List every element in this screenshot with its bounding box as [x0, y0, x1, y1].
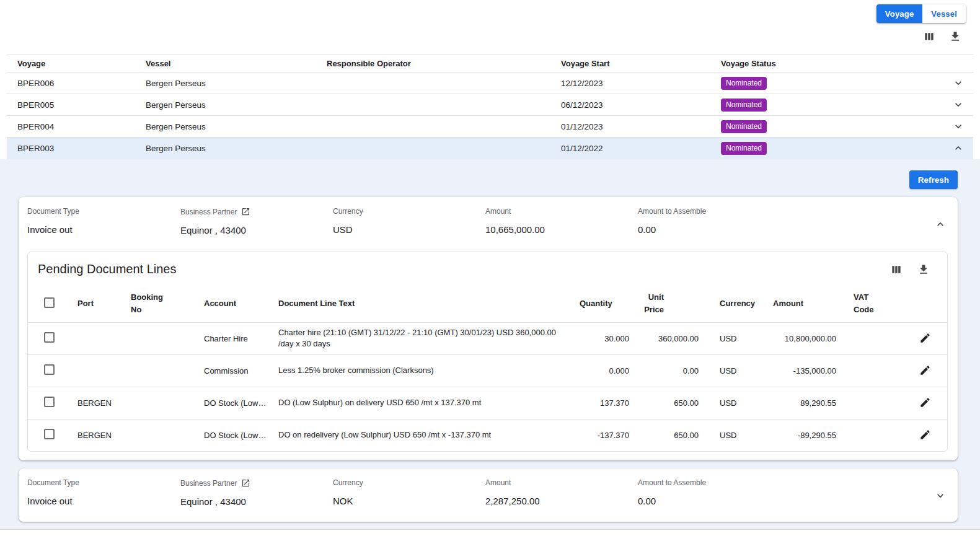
column-header-booking-no[interactable]: Booking No: [126, 285, 199, 322]
currency-value: USD: [333, 224, 485, 235]
column-header-currency[interactable]: Currency: [704, 285, 768, 322]
amount-to-assemble-value: 0.00: [638, 224, 929, 235]
business-partner-label: Business Partner: [180, 208, 237, 216]
document-line-text-cell: DO on redelivery (Low Sulphur) USD 650 /…: [273, 419, 575, 451]
edit-line-button[interactable]: [918, 395, 932, 410]
next-section-edge: [0, 529, 980, 544]
document-type-label: Document Type: [27, 478, 180, 487]
download-icon[interactable]: [917, 263, 931, 276]
vat-code-cell: [841, 354, 894, 387]
toggle-voyage-button[interactable]: Voyage: [876, 4, 922, 23]
column-header-vessel[interactable]: Vessel: [146, 59, 327, 68]
amount-cell: -89,290.55: [768, 419, 841, 451]
edit-line-button[interactable]: [918, 331, 932, 345]
voyage-row-bper003[interactable]: BPER003 Bergen Perseus 01/12/2022 Nomina…: [7, 138, 973, 159]
account-cell: Commission: [199, 354, 273, 387]
document-line-row: Charter Hire Charter hire (21:10 (GMT) 3…: [28, 322, 947, 354]
document-line-row: BERGEN DO Stock (Low… DO on redelivery (…: [28, 419, 947, 451]
port-cell: BERGEN: [73, 419, 126, 451]
voyage-vessel-toggle: Voyage Vessel: [876, 4, 966, 23]
unit-price-cell: 0.00: [634, 354, 704, 387]
column-header-actions: [894, 285, 947, 322]
currency-cell: USD: [704, 419, 768, 451]
row-checkbox[interactable]: [44, 332, 55, 343]
column-header-voyage-status[interactable]: Voyage Status: [721, 59, 947, 68]
columns-icon[interactable]: [890, 263, 904, 276]
column-header-vat-code[interactable]: VAT Code: [841, 285, 894, 322]
external-link-icon[interactable]: [241, 478, 250, 488]
document-summary[interactable]: Document Type Invoice out Business Partn…: [27, 207, 948, 235]
document-type-label: Document Type: [27, 207, 180, 216]
vessel-name: Bergen Perseus: [146, 100, 327, 110]
amount-to-assemble-value: 0.00: [638, 496, 929, 506]
download-icon[interactable]: [949, 30, 963, 43]
column-header-responsible-operator[interactable]: Responsible Operator: [327, 59, 561, 68]
row-checkbox[interactable]: [44, 429, 55, 439]
chevron-up-icon: [952, 142, 965, 154]
amount-field: Amount 10,665,000.00: [485, 207, 638, 235]
currency-value: NOK: [333, 496, 485, 506]
row-checkbox[interactable]: [44, 397, 55, 407]
collapse-document-button[interactable]: [933, 217, 948, 232]
voyage-row-bper006[interactable]: BPER006 Bergen Perseus 12/12/2023 Nomina…: [7, 72, 973, 94]
column-header-amount[interactable]: Amount: [768, 285, 841, 322]
column-header-document-line-text[interactable]: Document Line Text: [273, 285, 575, 322]
business-partner-value: Equinor , 43400: [180, 225, 333, 235]
business-partner-field: Business Partner Equinor , 43400: [180, 207, 333, 235]
quantity-cell: 30.000: [575, 322, 634, 354]
toggle-vessel-button[interactable]: Vessel: [922, 4, 966, 23]
vat-code-cell: [841, 419, 894, 451]
voyage-start-date: 01/12/2023: [561, 122, 721, 131]
booking-no-cell: [126, 387, 199, 419]
grid-toolbar-icons: [923, 30, 963, 43]
amount-to-assemble-field: Amount to Assemble 0.00: [638, 207, 929, 235]
voyage-start-date: 01/12/2022: [561, 144, 721, 153]
expand-row-button[interactable]: [951, 97, 966, 112]
chevron-down-icon: [952, 120, 965, 133]
expand-row-button[interactable]: [951, 119, 966, 134]
voyage-row-bper004[interactable]: BPER004 Bergen Perseus 01/12/2023 Nomina…: [7, 116, 973, 138]
currency-label: Currency: [333, 478, 485, 487]
expand-document-button[interactable]: [933, 488, 948, 503]
column-header-account[interactable]: Account: [199, 285, 273, 322]
document-type-field: Document Type Invoice out: [27, 478, 180, 506]
chevron-down-icon: [952, 77, 965, 89]
columns-icon[interactable]: [923, 30, 937, 43]
column-header-voyage[interactable]: Voyage: [17, 59, 146, 68]
amount-to-assemble-label: Amount to Assemble: [638, 207, 929, 216]
column-header-quantity[interactable]: Quantity: [575, 285, 634, 322]
document-type-value: Invoice out: [27, 224, 180, 235]
row-checkbox[interactable]: [44, 364, 55, 375]
amount-to-assemble-field: Amount to Assemble 0.00: [638, 478, 929, 506]
amount-label: Amount: [485, 478, 638, 487]
edit-line-button[interactable]: [918, 428, 932, 442]
vessel-name: Bergen Perseus: [146, 122, 327, 131]
refresh-button[interactable]: Refresh: [909, 170, 958, 189]
column-header-port[interactable]: Port: [73, 285, 126, 322]
chevron-down-icon: [934, 490, 947, 502]
unit-price-cell: 650.00: [634, 387, 704, 419]
voyage-id: BPER003: [17, 144, 146, 153]
edit-line-button[interactable]: [918, 363, 932, 377]
document-type-field: Document Type Invoice out: [27, 207, 180, 235]
quantity-cell: 0.000: [575, 354, 634, 387]
collapse-row-button[interactable]: [951, 141, 966, 156]
column-header-unit-price[interactable]: Unit Price: [634, 285, 704, 322]
expand-row-button[interactable]: [951, 76, 966, 90]
document-summary[interactable]: Document Type Invoice out Business Partn…: [27, 478, 948, 507]
voyage-row-bper005[interactable]: BPER005 Bergen Perseus 06/12/2023 Nomina…: [7, 94, 973, 116]
status-badge: Nominated: [721, 120, 767, 133]
business-partner-label: Business Partner: [180, 479, 237, 488]
select-all-checkbox[interactable]: [44, 297, 55, 308]
document-line-row: Commission Less 1.25% broker commission …: [28, 354, 947, 387]
column-header-voyage-start[interactable]: Voyage Start: [561, 59, 721, 68]
amount-cell: -135,000.00: [768, 354, 841, 387]
external-link-icon[interactable]: [241, 207, 250, 216]
document-card-nok: Document Type Invoice out Business Partn…: [19, 468, 958, 522]
voyage-id: BPER006: [17, 79, 146, 88]
chevron-up-icon: [934, 218, 947, 231]
booking-no-cell: [126, 419, 199, 451]
amount-to-assemble-label: Amount to Assemble: [638, 478, 929, 487]
voyage-start-date: 12/12/2023: [561, 79, 721, 88]
account-cell: Charter Hire: [199, 322, 273, 354]
